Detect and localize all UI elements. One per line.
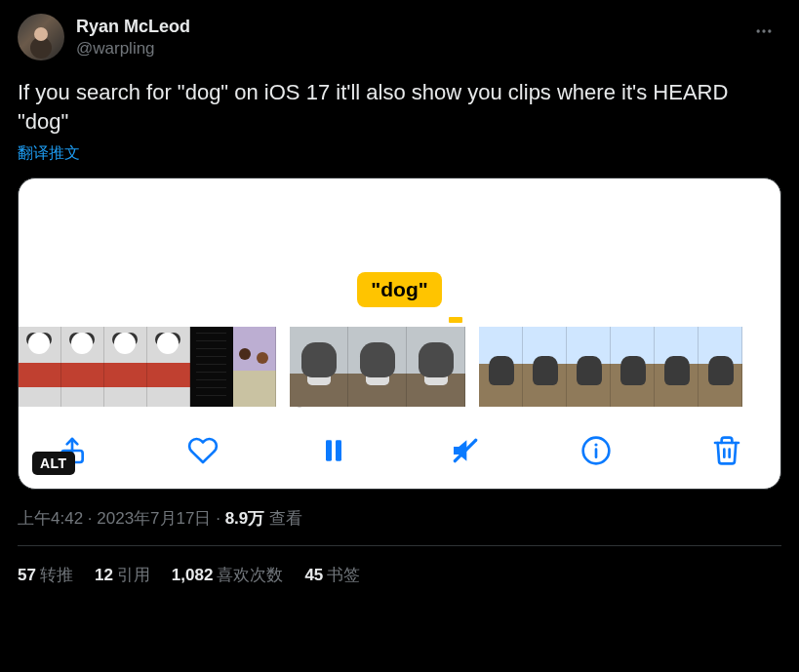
tweet-container: Ryan McLeod @warpling If you search for … bbox=[18, 14, 781, 586]
timeline-thumb[interactable] bbox=[348, 327, 407, 407]
timeline-thumb[interactable] bbox=[147, 327, 190, 407]
tweet-header: Ryan McLeod @warpling bbox=[18, 14, 781, 60]
timeline-thumb[interactable] bbox=[61, 327, 104, 407]
svg-point-1 bbox=[762, 29, 765, 32]
svg-point-0 bbox=[757, 29, 760, 32]
svg-rect-5 bbox=[336, 441, 341, 461]
clip-group[interactable] bbox=[290, 327, 465, 407]
bookmarks-stat[interactable]: 45书签 bbox=[304, 564, 360, 586]
pause-button[interactable] bbox=[317, 434, 350, 467]
delete-button[interactable] bbox=[710, 434, 743, 467]
timeline-thumb[interactable] bbox=[407, 327, 465, 407]
avatar[interactable] bbox=[18, 14, 64, 60]
tweet-meta: 上午4:42 · 2023年7月17日 · 8.9万 查看 bbox=[18, 507, 781, 530]
timeline-thumb[interactable] bbox=[104, 327, 147, 407]
views-count: 8.9万 bbox=[225, 509, 265, 528]
svg-point-2 bbox=[768, 29, 771, 32]
like-button[interactable] bbox=[186, 434, 220, 467]
clip-group[interactable] bbox=[479, 327, 742, 407]
likes-stat[interactable]: 1,082喜欢次数 bbox=[172, 564, 284, 586]
more-options-button[interactable] bbox=[746, 14, 781, 49]
timeline-thumb[interactable] bbox=[479, 327, 523, 407]
playhead-marker bbox=[449, 317, 462, 323]
mute-button[interactable] bbox=[449, 434, 482, 467]
tweet-stats: 57转推 12引用 1,082喜欢次数 45书签 bbox=[18, 546, 781, 586]
views-label: 查看 bbox=[269, 509, 302, 528]
timeline-thumb[interactable] bbox=[233, 327, 276, 407]
alt-badge[interactable]: ALT bbox=[32, 452, 75, 475]
tweet-text: If you search for "dog" on iOS 17 it'll … bbox=[18, 78, 759, 136]
quotes-stat[interactable]: 12引用 bbox=[95, 564, 150, 586]
translate-link[interactable]: 翻译推文 bbox=[18, 143, 781, 164]
timeline-thumb[interactable] bbox=[699, 327, 742, 407]
handle[interactable]: @warpling bbox=[76, 38, 190, 59]
timeline-thumb[interactable] bbox=[190, 327, 233, 407]
video-timeline[interactable] bbox=[19, 327, 780, 415]
info-button[interactable] bbox=[579, 434, 613, 467]
media-card[interactable]: "dog" bbox=[18, 178, 781, 490]
timeline-thumb[interactable] bbox=[19, 327, 61, 407]
tweet-time[interactable]: 上午4:42 bbox=[18, 509, 83, 528]
display-name[interactable]: Ryan McLeod bbox=[76, 16, 190, 38]
svg-point-9 bbox=[594, 444, 597, 447]
timeline-thumb[interactable] bbox=[523, 327, 567, 407]
timeline-thumb[interactable] bbox=[611, 327, 655, 407]
timeline-thumb[interactable] bbox=[567, 327, 611, 407]
timeline-thumb[interactable] bbox=[290, 327, 348, 407]
search-term-badge: "dog" bbox=[357, 272, 441, 307]
clip-group[interactable] bbox=[19, 327, 276, 407]
retweets-stat[interactable]: 57转推 bbox=[18, 564, 73, 586]
author-names: Ryan McLeod @warpling bbox=[76, 14, 190, 59]
media-controls bbox=[19, 415, 780, 489]
timeline-thumb[interactable] bbox=[655, 327, 699, 407]
svg-rect-4 bbox=[326, 441, 332, 461]
tweet-date[interactable]: 2023年7月17日 bbox=[97, 509, 211, 528]
